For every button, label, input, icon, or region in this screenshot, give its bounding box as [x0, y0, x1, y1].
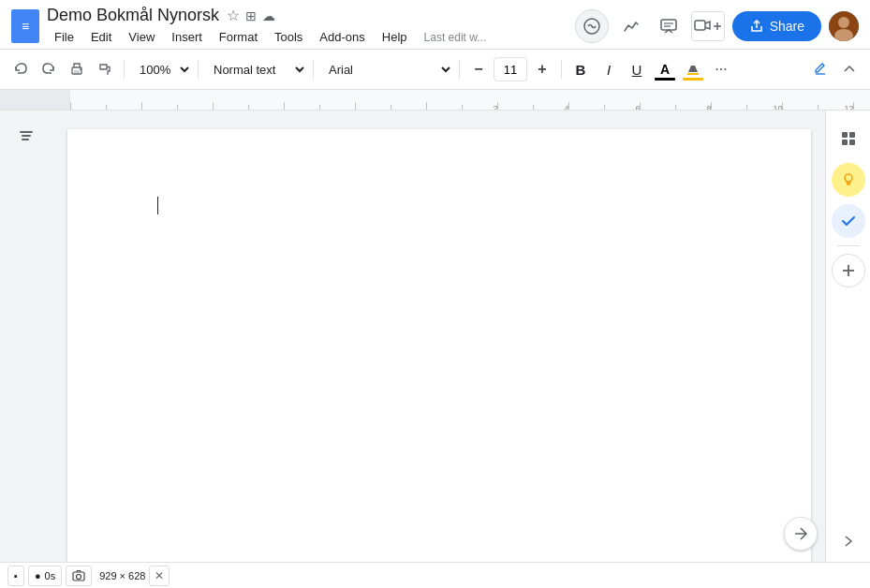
- font-size-decrease-button[interactable]: −: [465, 56, 492, 82]
- star-icon[interactable]: ☆: [227, 7, 240, 24]
- collapse-toolbar-button[interactable]: [836, 56, 863, 82]
- paragraph-style-select[interactable]: Normal textHeading 1Heading 2: [204, 56, 307, 82]
- text-cursor: [157, 197, 158, 214]
- menu-format[interactable]: Format: [212, 27, 265, 47]
- page-indicator-button[interactable]: ▪: [7, 566, 24, 586]
- editing-mode-button[interactable]: [806, 59, 834, 80]
- ruler: 24681012141618: [0, 90, 870, 110]
- bottom-close-button[interactable]: ✕: [149, 566, 170, 586]
- svg-rect-19: [849, 140, 855, 145]
- svg-point-6: [838, 17, 849, 28]
- text-color-bar: [655, 78, 675, 81]
- divider-4: [459, 60, 460, 79]
- share-button[interactable]: Share: [732, 11, 821, 41]
- text-color-button[interactable]: A: [652, 56, 678, 82]
- timer-button[interactable]: ● 0s: [28, 566, 62, 586]
- svg-rect-18: [842, 140, 848, 145]
- more-formatting-button[interactable]: ···: [708, 56, 734, 82]
- screenshot-button[interactable]: [66, 566, 92, 586]
- divider-2: [198, 60, 199, 79]
- divider-5: [561, 60, 562, 79]
- svg-point-10: [80, 68, 81, 70]
- cloud-icon[interactable]: ☁: [262, 8, 275, 23]
- document-area[interactable]: [52, 110, 825, 562]
- doc-title: Demo Bokmål Nynorsk ☆ ⊞ ☁: [47, 6, 568, 25]
- header-right: Share: [575, 9, 859, 43]
- analytics-icon[interactable]: [616, 11, 646, 41]
- title-icons: ☆ ⊞ ☁: [227, 7, 275, 24]
- menu-bar: File Edit View Insert Format Tools Add-o…: [47, 27, 568, 47]
- explore-panel-button[interactable]: [832, 122, 865, 155]
- zoom-select[interactable]: 100%75%125%150%: [130, 56, 192, 82]
- tasks-panel-button[interactable]: [832, 204, 865, 238]
- live-collab-icon[interactable]: [575, 9, 609, 43]
- expand-right-panel-button[interactable]: [835, 528, 862, 554]
- svg-rect-4: [695, 21, 705, 30]
- right-panel-divider: [837, 245, 860, 246]
- print-button[interactable]: [64, 56, 90, 82]
- bottom-bar: ▪ ● 0s 870 × 588 ✕: [0, 562, 870, 588]
- divider-1: [124, 60, 125, 79]
- menu-help[interactable]: Help: [375, 27, 415, 47]
- font-size-input[interactable]: [494, 57, 527, 81]
- menu-tools[interactable]: Tools: [267, 27, 310, 47]
- comments-icon[interactable]: [654, 11, 684, 41]
- font-size-increase-button[interactable]: +: [529, 56, 555, 82]
- svg-point-25: [77, 574, 81, 579]
- main-area: [0, 110, 870, 562]
- right-panel: [825, 110, 870, 562]
- expand-page-button[interactable]: [784, 517, 818, 551]
- svg-rect-16: [842, 132, 848, 138]
- title-bar: Demo Bokmål Nynorsk ☆ ⊞ ☁ File Edit View…: [0, 0, 870, 49]
- menu-edit[interactable]: Edit: [83, 27, 119, 47]
- doc-app-icon: [11, 9, 39, 43]
- outline-button[interactable]: [11, 122, 41, 152]
- underline-button[interactable]: U: [624, 56, 650, 82]
- timer-value: 0s: [45, 570, 56, 581]
- title-section: Demo Bokmål Nynorsk ☆ ⊞ ☁ File Edit View…: [47, 6, 568, 47]
- font-family-select[interactable]: ArialTimes New RomanCourier New: [319, 56, 453, 82]
- timer-icon: ●: [35, 570, 41, 581]
- share-label: Share: [770, 19, 804, 34]
- document-page[interactable]: [67, 129, 811, 562]
- last-edit-text[interactable]: Last edit w...: [424, 31, 487, 44]
- meeting-button[interactable]: [691, 11, 725, 41]
- svg-rect-13: [20, 131, 33, 133]
- svg-rect-15: [22, 139, 29, 140]
- bold-button[interactable]: B: [568, 56, 594, 82]
- svg-point-20: [845, 174, 852, 182]
- highlight-color-bar: [683, 78, 703, 81]
- paintformat-button[interactable]: [92, 56, 118, 82]
- italic-button[interactable]: I: [596, 56, 622, 82]
- doc-title-text: Demo Bokmål Nynorsk: [47, 6, 219, 25]
- svg-rect-1: [661, 20, 676, 30]
- undo-button[interactable]: [7, 56, 34, 82]
- toolbar: 100%75%125%150% Normal textHeading 1Head…: [0, 49, 870, 90]
- dimensions-text: 870 × 588: [99, 570, 145, 581]
- divider-3: [313, 60, 314, 79]
- ruler-content[interactable]: 24681012141618: [70, 90, 870, 110]
- page-square-icon: ▪: [14, 570, 18, 581]
- highlight-color-button[interactable]: [680, 56, 706, 82]
- redo-button[interactable]: [36, 56, 62, 82]
- notes-panel-button[interactable]: [832, 163, 865, 197]
- menu-insert[interactable]: Insert: [164, 27, 210, 47]
- menu-file[interactable]: File: [47, 27, 81, 47]
- svg-rect-17: [849, 132, 855, 138]
- svg-rect-9: [74, 70, 80, 73]
- user-avatar[interactable]: [829, 11, 859, 41]
- font-size-controls: − +: [465, 56, 555, 82]
- add-panel-button[interactable]: [832, 254, 865, 287]
- menu-addons[interactable]: Add-ons: [312, 27, 372, 47]
- folder-icon[interactable]: ⊞: [245, 8, 257, 23]
- ruler-left-margin: [0, 90, 70, 110]
- svg-rect-14: [22, 135, 31, 137]
- left-sidebar: [0, 110, 52, 562]
- menu-view[interactable]: View: [121, 27, 162, 47]
